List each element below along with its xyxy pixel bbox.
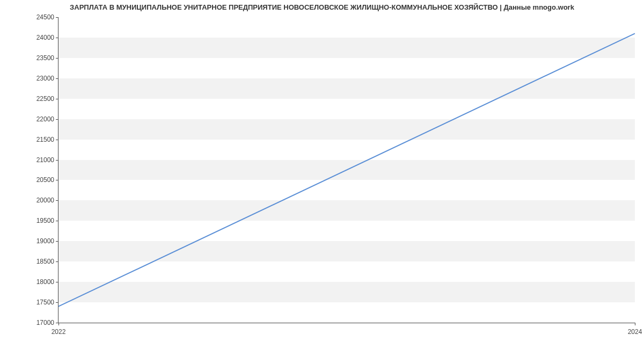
y-tick-label: 21500: [36, 136, 54, 143]
y-tick-mark: [56, 221, 58, 221]
y-tick-label: 24500: [36, 13, 54, 21]
y-tick-mark: [56, 119, 58, 120]
x-tick-mark: [58, 323, 59, 325]
plot-area: 1700017500180001850019000195002000020500…: [58, 17, 635, 323]
y-tick-label: 20500: [36, 176, 54, 184]
y-tick-mark: [56, 58, 58, 59]
chart-title: ЗАРПЛАТА В МУНИЦИПАЛЬНОЕ УНИТАРНОЕ ПРЕДП…: [0, 3, 644, 11]
y-tick-mark: [56, 38, 58, 38]
y-tick-mark: [56, 282, 58, 282]
y-tick-mark: [56, 261, 58, 262]
x-tick-mark: [635, 323, 635, 325]
y-tick-label: 20000: [36, 197, 54, 204]
y-tick-mark: [56, 180, 58, 180]
y-tick-label: 22500: [36, 95, 54, 103]
y-tick-mark: [56, 302, 58, 303]
y-tick-mark: [56, 160, 58, 161]
x-tick-label: 2022: [52, 328, 66, 336]
plot-inner: 1700017500180001850019000195002000020500…: [58, 17, 635, 323]
y-tick-mark: [56, 99, 58, 99]
y-tick-label: 22000: [36, 115, 54, 123]
y-tick-label: 24000: [36, 34, 54, 41]
line-layer: [58, 17, 635, 323]
y-tick-mark: [56, 200, 58, 201]
y-tick-mark: [56, 78, 58, 79]
x-tick-label: 2024: [628, 328, 642, 336]
y-tick-label: 21000: [36, 156, 54, 164]
chart-container: ЗАРПЛАТА В МУНИЦИПАЛЬНОЕ УНИТАРНОЕ ПРЕДП…: [0, 0, 644, 349]
y-tick-mark: [56, 140, 58, 140]
y-tick-label: 18000: [36, 278, 54, 286]
y-tick-label: 23000: [36, 75, 54, 82]
data-line: [58, 33, 635, 306]
y-tick-mark: [56, 241, 58, 242]
y-tick-label: 19500: [36, 217, 54, 224]
y-tick-label: 23500: [36, 54, 54, 62]
y-tick-label: 17500: [36, 299, 54, 306]
y-tick-mark: [56, 17, 58, 18]
y-tick-label: 17000: [36, 319, 54, 326]
y-tick-label: 18500: [36, 258, 54, 265]
y-tick-label: 19000: [36, 237, 54, 245]
